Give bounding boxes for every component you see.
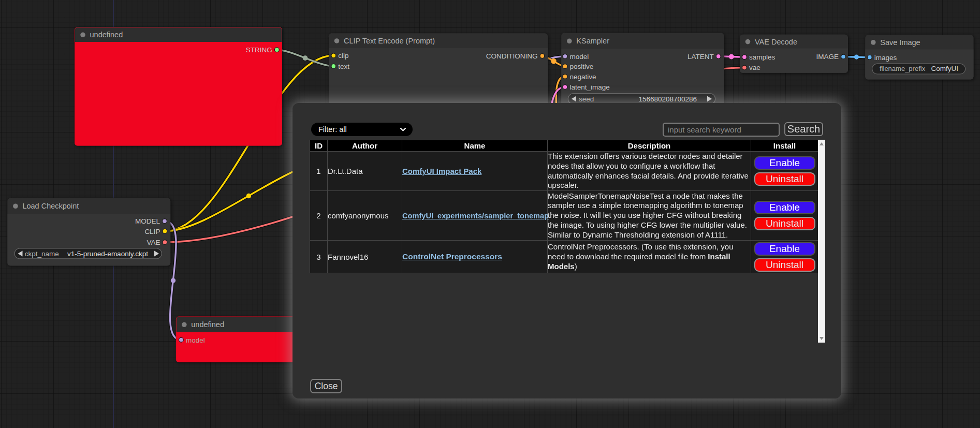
svg-text:CONDITIONING: CONDITIONING (486, 52, 538, 60)
svg-text:model: model (569, 53, 589, 61)
svg-text:negative: negative (569, 73, 596, 81)
svg-text:Save Image: Save Image (880, 38, 920, 47)
svg-text:MODEL: MODEL (135, 217, 160, 225)
svg-text:LATENT: LATENT (688, 53, 714, 61)
svg-text:v1-5-pruned-emaonly.ckpt: v1-5-pruned-emaonly.ckpt (67, 250, 148, 258)
svg-text:VAE: VAE (147, 239, 160, 246)
svg-text:ComfyUI: ComfyUI (931, 65, 958, 72)
svg-text:undefined: undefined (90, 31, 123, 39)
svg-text:STRING: STRING (246, 46, 272, 54)
svg-text:VAE Decode: VAE Decode (755, 38, 797, 46)
svg-text:CLIP: CLIP (144, 228, 160, 235)
svg-text:undefined: undefined (191, 320, 224, 329)
svg-text:156680208700286: 156680208700286 (638, 95, 697, 103)
svg-text:clip: clip (338, 52, 348, 60)
svg-text:filename_prefix: filename_prefix (880, 65, 926, 72)
svg-text:latent_image: latent_image (569, 83, 609, 91)
svg-text:vae: vae (749, 64, 760, 71)
svg-text:CLIP Text Encode (Prompt): CLIP Text Encode (Prompt) (344, 37, 435, 45)
svg-text:text: text (338, 63, 349, 70)
svg-text:samples: samples (749, 53, 776, 61)
svg-text:model: model (186, 336, 205, 344)
svg-text:positive: positive (569, 63, 593, 70)
svg-text:images: images (874, 54, 897, 62)
svg-text:KSampler: KSampler (576, 37, 609, 45)
svg-text:ckpt_name: ckpt_name (25, 250, 59, 258)
svg-text:seed: seed (579, 95, 594, 103)
svg-text:IMAGE: IMAGE (816, 53, 839, 61)
svg-text:Load Checkpoint: Load Checkpoint (22, 202, 79, 210)
